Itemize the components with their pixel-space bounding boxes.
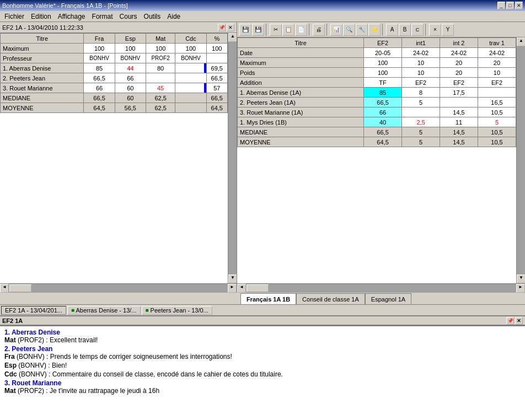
right-cell-poids-label: Poids [238, 68, 364, 78]
right-cell-addition-trav1: EF2 [478, 78, 516, 88]
comments-pin[interactable]: 📌 [506, 317, 514, 325]
cell-moyenne-mat: 62,5 [146, 103, 175, 113]
tb-paste[interactable]: 📄 [295, 24, 307, 36]
right-cell-rouet-label: 3. Rouet Marianne (1A) [238, 107, 364, 117]
tb-save2[interactable]: 💾 [252, 24, 264, 36]
right-cell-moyenne-label: MOYENNE [238, 137, 364, 147]
tb-tool[interactable]: 🔧 [356, 24, 368, 36]
right-col-int2: int 2 [440, 38, 478, 48]
menu-aide[interactable]: Aide [164, 12, 184, 21]
menu-affichage[interactable]: Affichage [55, 12, 89, 21]
cell-prof-mat: PROF2 [146, 53, 175, 63]
comments-close[interactable]: ✕ [515, 317, 523, 325]
hscroll-track[interactable] [9, 284, 228, 293]
hscroll-right[interactable]: ► [228, 284, 237, 293]
task-peeters[interactable]: ■ Peeters Jean - 13/0... [142, 306, 212, 315]
task-aberras[interactable]: ■ Aberras Denise - 13/... [67, 306, 141, 315]
vscroll-track[interactable] [228, 42, 237, 274]
row-rouet[interactable]: 3. Rouet Marianne 66 60 45 57 [1, 83, 228, 93]
right-row-rouet[interactable]: 3. Rouet Marianne (1A) 66 14,5 10,5 [238, 107, 516, 117]
maximize-button[interactable]: □ [506, 2, 514, 9]
tb-star[interactable]: ⭐ [368, 24, 381, 36]
comment-rest-3-1: (PROF2) : Je t'invite au rattrapage le j… [18, 387, 159, 395]
right-vscroll-down[interactable]: ▼ [517, 274, 525, 283]
menu-fichier[interactable]: Fichier [1, 12, 28, 21]
tb-cut[interactable]: ✂ [270, 24, 282, 36]
right-cell-poids-ef2: 100 [364, 68, 402, 78]
right-row-maximum: Maximum 100 10 20 20 [238, 58, 516, 68]
tb-c[interactable]: C [411, 24, 424, 36]
right-vscroll[interactable]: ▲ ▼ [516, 37, 525, 283]
minimize-button[interactable]: _ [497, 2, 505, 9]
tb-filter[interactable]: 🔍 [343, 24, 355, 36]
right-cell-mediane-ef2: 66,5 [364, 127, 402, 137]
close-button[interactable]: ✕ [515, 2, 523, 9]
col-pct: % [206, 34, 227, 44]
right-hscroll-right[interactable]: ► [516, 284, 525, 293]
right-row-mys[interactable]: 1. Mys Dries (1B) 40 2,5 11 5 [238, 117, 516, 127]
tb-a[interactable]: A [386, 24, 398, 36]
right-row-aberras[interactable]: 1. Aberras Denise (1A) 85 8 17,5 [238, 88, 516, 98]
comments-panel-buttons[interactable]: 📌 ✕ [506, 317, 523, 325]
row-peeters[interactable]: 2. Peeters Jean 66,5 66 66,5 [1, 73, 228, 83]
taskbar: EF2 1A - 13/04/201... ■ Aberras Denise -… [0, 304, 525, 315]
hscroll-left[interactable]: ◄ [0, 284, 9, 293]
comments-panel-label: EF2 1A 📌 ✕ [0, 315, 525, 325]
right-hscroll-left[interactable]: ◄ [237, 284, 246, 293]
comment-name-2: 2. Peeters Jean [4, 345, 521, 353]
right-vscroll-up[interactable]: ▲ [517, 37, 525, 46]
tab-francais[interactable]: Français 1A 1B [240, 293, 296, 304]
right-hscroll[interactable]: ◄ ► [237, 283, 525, 292]
right-row-peeters[interactable]: 2. Peeters Jean (1A) 66,5 5 16,5 [238, 98, 516, 107]
cell-maximum-cdc: 100 [175, 44, 206, 53]
hscroll-thumb[interactable] [9, 284, 31, 292]
right-cell-addition-ef2: TF [364, 78, 402, 88]
right-cell-date-ef2: 20-05 [364, 48, 402, 58]
right-cell-max-int1: 10 [402, 58, 440, 68]
cell-mediane-cdc [175, 93, 206, 103]
cell-prof-fra: BONHV [84, 53, 115, 63]
left-hscroll[interactable]: ◄ ► [0, 283, 237, 292]
vscroll-up[interactable]: ▲ [228, 33, 237, 42]
right-hscroll-thumb[interactable] [247, 284, 269, 292]
tb-x[interactable]: × [429, 24, 441, 36]
comment-line-3-1: Mat (PROF2) : Je t'invite au rattrapage … [4, 387, 521, 395]
cell-moyenne-label: MOYENNE [1, 103, 84, 113]
col-titre: Titre [1, 34, 84, 44]
comment-name-1: 1. Aberras Denise [4, 329, 521, 336]
tb-sep4 [382, 24, 384, 36]
tb-y[interactable]: Y [442, 24, 454, 36]
cell-prof-label: Professeur [1, 53, 84, 63]
tb-save[interactable]: 💾 [239, 24, 251, 36]
tab-espagnol[interactable]: Espagnol 1A [365, 293, 411, 304]
tb-chart[interactable]: 📊 [330, 24, 342, 36]
right-hscroll-track[interactable] [246, 284, 516, 293]
right-cell-aberras-int1: 8 [402, 88, 440, 98]
menu-format[interactable]: Format [89, 12, 116, 21]
cell-peeters-mat [146, 73, 175, 83]
tb-copy[interactable]: 📋 [282, 24, 294, 36]
vscroll-down[interactable]: ▼ [228, 274, 237, 283]
menu-edition[interactable]: Edition [28, 12, 55, 21]
task-ef2[interactable]: EF2 1A - 13/04/201... [1, 306, 66, 315]
row-aberras[interactable]: 1. Aberras Denise 85 44 80 69,5 [1, 63, 228, 73]
left-panel-pin[interactable]: 📌 [218, 24, 226, 31]
tab-conseil[interactable]: Conseil de classe 1A [296, 293, 365, 304]
menu-outils[interactable]: Outils [141, 12, 164, 21]
left-panel-close[interactable]: ✕ [227, 24, 234, 31]
col-esp: Esp [115, 34, 146, 44]
menu-cours[interactable]: Cours [116, 12, 141, 21]
left-vscroll[interactable]: ▲ ▼ [228, 33, 237, 283]
window-controls[interactable]: _ □ ✕ [497, 2, 523, 9]
right-cell-addition-int1: EF2 [402, 78, 440, 88]
cell-rouet-fra: 66 [84, 83, 115, 93]
comment-bold-2-1: Fra [4, 353, 15, 360]
cell-peeters-label: 2. Peeters Jean [1, 73, 84, 83]
tb-b[interactable]: B [399, 24, 411, 36]
right-cell-mys-trav1: 5 [478, 117, 516, 127]
cell-prof-pct [206, 53, 227, 63]
right-vscroll-track[interactable] [517, 46, 525, 274]
col-fra: Fra [84, 34, 115, 44]
tb-print[interactable]: 🖨 [313, 24, 325, 36]
right-cell-rouet-trav1: 10,5 [478, 107, 516, 117]
